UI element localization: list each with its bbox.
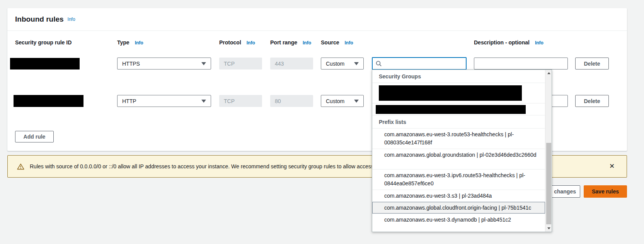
dropdown-scrollbar[interactable] xyxy=(545,70,552,232)
source-type-select-row1[interactable]: Custom xyxy=(321,58,364,69)
prefix-list-option-cloudfront-origin-facing[interactable]: com.amazonaws.global.cloudfront.origin-f… xyxy=(372,202,545,214)
scroll-up-icon[interactable] xyxy=(545,70,552,76)
dropdown-section-security-groups: Security Groups xyxy=(372,70,545,83)
prefix-list-option-dynamodb[interactable]: com.amazonaws.eu-west-3.dynamodb | pl-ab… xyxy=(372,214,545,226)
source-search-box-row1 xyxy=(372,57,467,70)
chevron-down-icon xyxy=(354,62,359,65)
redacted-rule-id-2 xyxy=(14,95,83,107)
info-link-source[interactable]: Info xyxy=(344,40,353,46)
column-header-source: Source Info xyxy=(321,39,353,47)
source-type-select-row2[interactable]: Custom xyxy=(321,95,364,107)
port-range-field-row2: 80 xyxy=(270,95,313,107)
protocol-field-row2: TCP xyxy=(219,95,262,107)
port-range-field-row1: 443 xyxy=(270,58,313,69)
info-link-description[interactable]: Info xyxy=(535,40,543,46)
protocol-field-row1: TCP xyxy=(219,58,262,69)
column-header-rule-id: Security group rule ID xyxy=(15,39,72,47)
search-icon xyxy=(376,61,382,67)
delete-button-row1[interactable]: Delete xyxy=(575,58,609,69)
info-link-protocol[interactable]: Info xyxy=(247,40,255,46)
info-link-type[interactable]: Info xyxy=(135,40,143,46)
redacted-rule-id-1 xyxy=(10,58,80,69)
chevron-down-icon xyxy=(201,62,206,65)
column-header-description: Description - optional Info xyxy=(474,39,543,47)
save-rules-button[interactable]: Save rules xyxy=(584,185,627,198)
prefix-list-option-ipv6-route53-healthchecks[interactable]: com.amazonaws.eu-west-3.ipv6.route53-hea… xyxy=(372,169,545,190)
prefix-list-option-groundstation[interactable]: com.amazonaws.global.groundstation | pl-… xyxy=(372,149,545,169)
warning-icon xyxy=(17,163,24,170)
info-link-port-range[interactable]: Info xyxy=(303,40,311,46)
redacted-security-group-1 xyxy=(379,85,522,101)
panel-header: Inbound rules Info xyxy=(7,8,627,31)
add-rule-button[interactable]: Add rule xyxy=(15,131,54,142)
dropdown-section-prefix-lists: Prefix lists xyxy=(372,115,545,129)
type-select-row2[interactable]: HTTP xyxy=(117,95,211,107)
info-link-inbound-rules[interactable]: Info xyxy=(68,17,75,22)
scroll-down-icon[interactable] xyxy=(545,225,552,232)
source-dropdown: Security Groups Prefix lists com.amazona… xyxy=(372,69,552,232)
source-search-input[interactable] xyxy=(384,61,463,67)
chevron-down-icon xyxy=(201,100,206,103)
column-header-type: Type Info xyxy=(117,39,143,47)
prefix-list-option-s3[interactable]: com.amazonaws.eu-west-3.s3 | pl-23ad484a xyxy=(372,190,545,202)
type-select-row1[interactable]: HTTPS xyxy=(117,58,211,69)
prefix-list-option-route53-healthchecks[interactable]: com.amazonaws.eu-west-3.route53-healthch… xyxy=(372,129,545,149)
close-icon[interactable]: ✕ xyxy=(607,162,617,171)
scrollbar-thumb[interactable] xyxy=(546,143,551,224)
redacted-security-group-option-2[interactable] xyxy=(372,103,545,115)
column-header-port-range: Port range Info xyxy=(270,39,311,47)
redacted-security-group-2 xyxy=(376,105,526,114)
delete-button-row2[interactable]: Delete xyxy=(575,95,609,107)
description-input-row1[interactable] xyxy=(474,58,568,69)
page-title: Inbound rules xyxy=(15,15,64,24)
redacted-security-group-option-1[interactable] xyxy=(372,83,545,103)
column-header-protocol: Protocol Info xyxy=(219,39,255,47)
chevron-down-icon xyxy=(354,100,359,103)
warning-text: Rules with source of 0.0.0.0/0 or ::/0 a… xyxy=(30,163,374,169)
